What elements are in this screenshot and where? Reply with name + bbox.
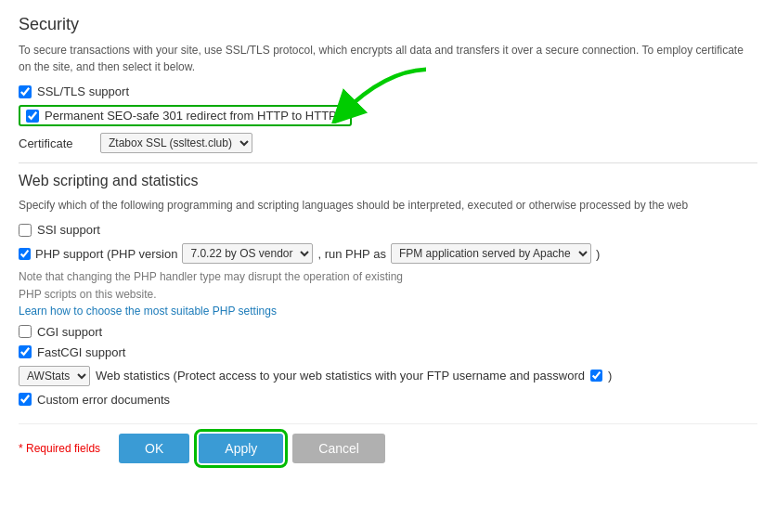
certificate-select[interactable]: Ztabox SSL (ssltest.club) (100, 133, 252, 153)
php-row: PHP support (PHP version 7.0.22 by OS ve… (19, 243, 757, 264)
security-desc: To secure transactions with your site, u… (19, 42, 757, 75)
php-handler-select[interactable]: FPM application served by Apache (391, 243, 591, 264)
security-heading: Security (19, 15, 757, 34)
scripting-heading: Web scripting and statistics (19, 173, 757, 189)
ssi-row: SSI support (19, 223, 757, 237)
php-settings-link[interactable]: Learn how to choose the most suitable PH… (19, 305, 757, 318)
certificate-label: Certificate (19, 136, 93, 150)
custom-errors-checkbox[interactable] (19, 393, 32, 406)
php-note2: PHP scripts on this website. (19, 287, 757, 303)
awstats-desc: Web statistics (Protect access to your w… (96, 369, 585, 383)
ssl-tls-row: SSL/TLS support (19, 84, 757, 98)
certificate-row: Certificate Ztabox SSL (ssltest.club) (19, 133, 757, 153)
fastcgi-checkbox[interactable] (19, 345, 32, 358)
ssl-tls-checkbox[interactable] (19, 85, 32, 98)
cgi-label: CGI support (37, 325, 102, 339)
fastcgi-label: FastCGI support (37, 345, 125, 359)
cgi-checkbox[interactable] (19, 325, 32, 338)
ok-button[interactable]: OK (119, 434, 189, 463)
cancel-button[interactable]: Cancel (292, 434, 385, 463)
redirect-highlight-box: Permanent SEO-safe 301 redirect from HTT… (19, 105, 352, 126)
custom-errors-label: Custom error documents (37, 393, 170, 407)
fastcgi-row: FastCGI support (19, 345, 757, 359)
cgi-row: CGI support (19, 325, 757, 339)
ssl-tls-label: SSL/TLS support (37, 84, 129, 98)
php-note1: Note that changing the PHP handler type … (19, 269, 757, 285)
awstats-close: ) (608, 369, 612, 383)
footer: * Required fields OK Apply Cancel (19, 423, 757, 463)
awstats-select[interactable]: AWStats (19, 366, 90, 386)
php-label: PHP support (PHP version (35, 247, 177, 261)
custom-errors-row: Custom error documents (19, 393, 757, 407)
ssi-checkbox[interactable] (19, 224, 32, 237)
redirect-checkbox[interactable] (26, 110, 39, 123)
required-label: * Required fields (19, 442, 100, 455)
awstats-protect-checkbox[interactable] (590, 370, 602, 382)
apply-button[interactable]: Apply (199, 434, 283, 463)
scripting-desc: Specify which of the following programmi… (19, 197, 757, 214)
php-run-as-label: , run PHP as (317, 247, 385, 261)
ssi-label: SSI support (37, 223, 100, 237)
php-checkbox[interactable] (19, 248, 31, 260)
redirect-label: Permanent SEO-safe 301 redirect from HTT… (45, 109, 344, 123)
php-close-label: ) (596, 247, 600, 261)
awstats-row: AWStats Web statistics (Protect access t… (19, 366, 757, 386)
php-version-select[interactable]: 7.0.22 by OS vendor (182, 243, 313, 264)
